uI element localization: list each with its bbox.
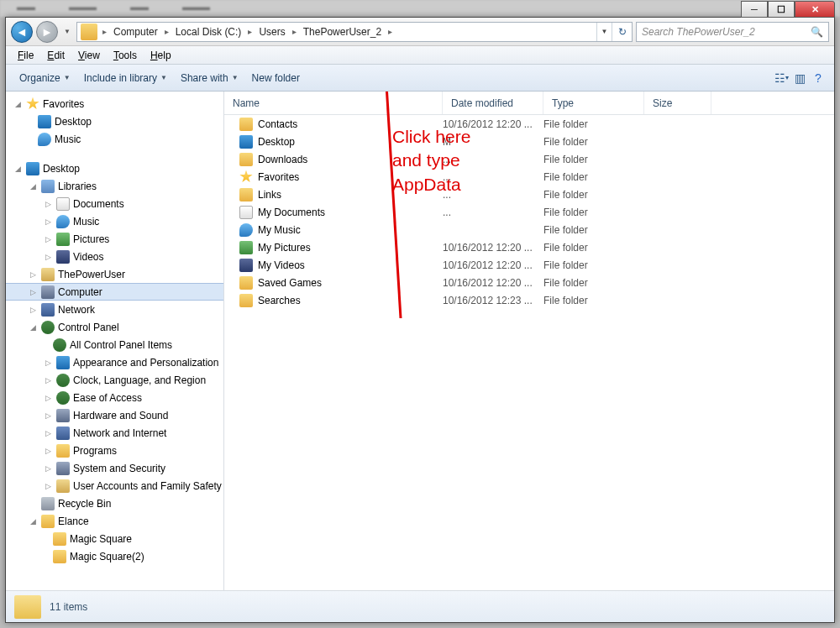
tree-item[interactable]: Magic Square bbox=[6, 530, 223, 547]
tree-computer[interactable]: ▷Computer bbox=[6, 283, 223, 301]
tree-item[interactable]: ▷System and Security bbox=[6, 459, 223, 477]
history-dropdown[interactable]: ▼ bbox=[61, 21, 73, 43]
file-name: My Music bbox=[258, 224, 301, 236]
address-bar[interactable]: ▸ Computer ▸ Local Disk (C:) ▸ Users ▸ T… bbox=[76, 22, 633, 42]
file-row[interactable]: DesktopMFile folder bbox=[224, 133, 834, 150]
chevron-right-icon[interactable]: ▸ bbox=[246, 27, 254, 36]
menu-file[interactable]: File bbox=[13, 50, 39, 61]
forward-button[interactable]: ► bbox=[36, 21, 58, 43]
file-row[interactable]: My MusicFile folder bbox=[224, 221, 834, 238]
chevron-right-icon[interactable]: ▸ bbox=[163, 27, 171, 36]
tree-item[interactable]: ▷Programs bbox=[6, 442, 223, 459]
control-panel-icon bbox=[41, 321, 55, 334]
chevron-right-icon[interactable]: ▸ bbox=[386, 27, 394, 36]
tree-item[interactable]: ▷Music bbox=[6, 212, 223, 230]
users-icon bbox=[56, 479, 70, 493]
file-date: 10/16/2012 12:23 ... bbox=[443, 295, 543, 306]
share-with-button[interactable]: Share with▼ bbox=[174, 72, 245, 84]
tree-item[interactable]: ▷Pictures bbox=[6, 230, 223, 248]
chevron-right-icon[interactable]: ▸ bbox=[291, 27, 298, 36]
explorer-window: ─ ☐ ✕ ◄ ► ▼ ▸ Computer ▸ Local Disk (C:)… bbox=[5, 17, 835, 623]
tree-item[interactable]: Recycle Bin bbox=[6, 495, 223, 512]
file-type: File folder bbox=[543, 207, 644, 218]
include-library-button[interactable]: Include in library▼ bbox=[77, 72, 174, 84]
file-row[interactable]: Links...File folder bbox=[224, 186, 834, 203]
view-options-button[interactable]: ☷ ▾ bbox=[772, 69, 790, 87]
file-row[interactable]: My Pictures10/16/2012 12:20 ...File fold… bbox=[224, 238, 834, 256]
refresh-button[interactable]: ↻ bbox=[612, 23, 632, 41]
file-row[interactable]: Contacts10/16/2012 12:20 ...File folder bbox=[224, 115, 834, 133]
file-row[interactable]: Favorites...File folder bbox=[224, 168, 834, 186]
tree-item[interactable]: All Control Panel Items bbox=[6, 336, 223, 353]
minimize-button[interactable]: ─ bbox=[741, 1, 768, 18]
file-list-pane: Name Date modified Type Size Contacts10/… bbox=[224, 92, 834, 590]
tree-item[interactable]: ▷Network bbox=[6, 301, 223, 318]
file-list[interactable]: Contacts10/16/2012 12:20 ...File folderD… bbox=[224, 115, 834, 590]
tree-item[interactable]: ▷ThePowerUser bbox=[6, 265, 223, 283]
tree-item[interactable]: ▷Clock, Language, and Region bbox=[6, 371, 223, 389]
item-count: 11 items bbox=[50, 601, 87, 613]
programs-icon bbox=[56, 444, 70, 458]
tree-item[interactable]: ▷Network and Internet bbox=[6, 424, 223, 442]
column-size[interactable]: Size bbox=[644, 92, 711, 114]
help-button[interactable]: ? bbox=[809, 69, 827, 87]
new-folder-button[interactable]: New folder bbox=[245, 72, 307, 84]
window-controls: ─ ☐ ✕ bbox=[741, 1, 835, 18]
search-placeholder: Search ThePowerUser_2 bbox=[642, 26, 755, 38]
pictures-icon bbox=[56, 233, 70, 246]
tree-item[interactable]: ▷Hardware and Sound bbox=[6, 406, 223, 424]
libraries-icon bbox=[41, 180, 55, 193]
navigation-pane: ◢Favorites Desktop Music ◢Desktop ◢Libra… bbox=[6, 92, 224, 590]
file-row[interactable]: My Videos10/16/2012 12:20 ...File folder bbox=[224, 256, 834, 274]
tree-item[interactable]: ◢Control Panel bbox=[6, 318, 223, 336]
file-row[interactable]: My Documents...File folder bbox=[224, 203, 834, 221]
tree-item[interactable]: ◢Libraries bbox=[6, 177, 223, 195]
file-row[interactable]: Saved Games10/16/2012 12:20 ...File fold… bbox=[224, 274, 834, 291]
pic-icon bbox=[239, 241, 253, 254]
tree-favorites[interactable]: ◢Favorites bbox=[6, 95, 223, 113]
breadcrumb-segment[interactable]: Local Disk (C:) bbox=[171, 26, 247, 38]
breadcrumb-segment[interactable]: ThePowerUser_2 bbox=[298, 26, 386, 38]
back-button[interactable]: ◄ bbox=[11, 21, 33, 43]
menu-help[interactable]: Help bbox=[145, 50, 176, 61]
tree-item[interactable]: ▷Documents bbox=[6, 195, 223, 212]
tree-item[interactable]: ◢Elance bbox=[6, 512, 223, 530]
file-row[interactable]: Searches10/16/2012 12:23 ...File folder bbox=[224, 291, 834, 309]
breadcrumb-segment[interactable]: Users bbox=[254, 26, 290, 38]
maximize-button[interactable]: ☐ bbox=[768, 1, 795, 18]
tree-item[interactable]: ▷Appearance and Personalization bbox=[6, 353, 223, 371]
column-type[interactable]: Type bbox=[543, 92, 644, 114]
file-date: M bbox=[443, 136, 543, 148]
column-date[interactable]: Date modified bbox=[443, 92, 543, 114]
column-name[interactable]: Name bbox=[224, 92, 443, 114]
chevron-right-icon[interactable]: ▸ bbox=[101, 27, 108, 36]
recycle-bin-icon bbox=[41, 497, 55, 510]
clock-icon bbox=[56, 374, 70, 387]
file-row[interactable]: Downloads...File folder bbox=[224, 150, 834, 168]
tree-item[interactable]: Music bbox=[6, 130, 223, 148]
tree-item[interactable]: ▷User Accounts and Family Safety bbox=[6, 477, 223, 495]
music-icon bbox=[56, 215, 70, 228]
search-input[interactable]: Search ThePowerUser_2 🔍 bbox=[636, 22, 829, 42]
tree-item[interactable]: Desktop bbox=[6, 113, 223, 130]
tree-item[interactable]: ▷Videos bbox=[6, 248, 223, 265]
menu-edit[interactable]: Edit bbox=[42, 50, 70, 61]
tree-item[interactable]: Magic Square(2) bbox=[6, 547, 223, 565]
menu-view[interactable]: View bbox=[73, 50, 105, 61]
file-type: File folder bbox=[543, 189, 644, 201]
organize-button[interactable]: Organize▼ bbox=[13, 72, 77, 84]
tree-desktop[interactable]: ◢Desktop bbox=[6, 160, 223, 177]
nav-row: ◄ ► ▼ ▸ Computer ▸ Local Disk (C:) ▸ Use… bbox=[6, 18, 834, 46]
file-name: Downloads bbox=[258, 154, 307, 165]
tree-item[interactable]: ▷Ease of Access bbox=[6, 389, 223, 406]
folder-icon bbox=[239, 118, 253, 131]
close-button[interactable]: ✕ bbox=[795, 1, 835, 18]
address-dropdown[interactable]: ▼ bbox=[596, 23, 612, 41]
desktop-icon bbox=[239, 135, 253, 149]
file-name: Desktop bbox=[258, 136, 295, 148]
preview-pane-button[interactable]: ▥ bbox=[790, 69, 809, 87]
menu-tools[interactable]: Tools bbox=[108, 50, 142, 61]
desktop-icon bbox=[38, 115, 51, 128]
file-date: 10/16/2012 12:20 ... bbox=[443, 259, 543, 271]
breadcrumb-segment[interactable]: Computer bbox=[108, 26, 163, 38]
